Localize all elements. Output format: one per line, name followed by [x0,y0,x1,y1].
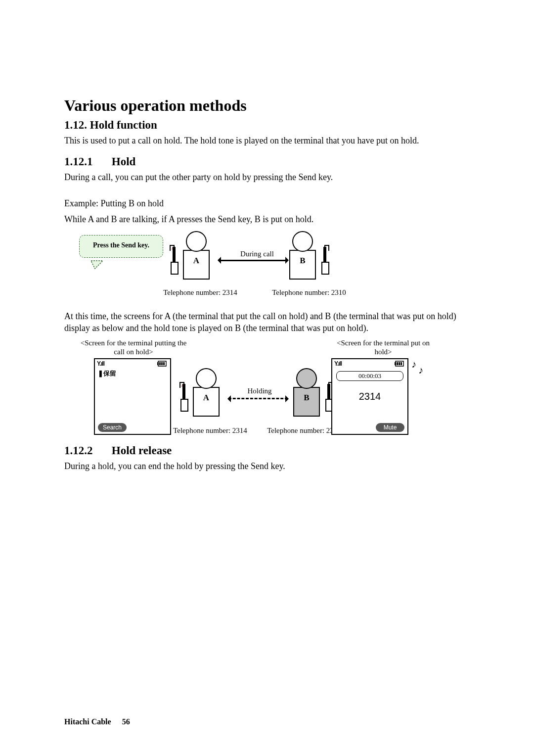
speech-bubble: Press the Send key. [79,235,163,258]
softkey-mute: Mute [376,423,404,432]
page-title: Various operation methods [64,96,470,115]
music-note-icon: ♪ [411,359,416,369]
svg-rect-9 [400,362,402,365]
calling-number: 2314 [332,391,407,402]
page-footer: Hitachi Cable 56 [64,717,130,726]
svg-rect-3 [161,362,163,365]
svg-rect-4 [163,362,165,365]
double-arrow-icon [219,260,288,261]
diagram-during-call: Press the Send key. A i During call B Te… [64,231,470,305]
antenna-icon: i [170,245,175,251]
screen-caption-a: <Screen for the terminal putting the cal… [79,338,188,356]
double-arrow-dashed-icon [228,398,288,399]
person-b-onhold-icon: B [286,368,327,417]
section-1-12-1-body: During a call, you can put the other par… [64,171,470,183]
signal-icon: Y.ıll [334,360,342,367]
person-b-label: B [286,393,327,403]
telephone-number-b: Telephone number: 2310 [262,288,356,297]
phone-screen-a: Y.ıll ❚保留 Search [94,358,171,435]
section-1-12-2-number: 1.12.2 [64,444,109,457]
person-a-icon: A i [176,231,217,280]
section-1-12-2-body: During a hold, you can end the hold by p… [64,460,470,472]
softkey-search: Search [98,423,127,432]
call-timer: 00:00:03 [336,371,403,381]
example-body: While A and B are talking, if A presses … [64,213,470,225]
battery-icon [395,361,405,367]
arrow-label-holding: Holding [232,387,287,395]
mid-paragraph: At this time, the screens for A (the ter… [64,310,470,334]
diagram-holding: <Screen for the terminal putting the cal… [64,338,470,442]
screen-caption-b: <Screen for the terminal put on hold> [329,338,438,356]
person-b-icon: B [282,231,323,280]
section-1-12-heading: 1.12. Hold function [64,119,470,132]
arrow-label-during-call: During call [227,250,287,258]
svg-rect-2 [159,362,161,365]
person-a-label: A [176,256,217,266]
hold-status-label: 保留 [103,370,116,377]
signal-icon: Y.ıll [97,360,104,367]
hold-indicator-icon: ❚ [98,370,103,377]
footer-page-number: 56 [122,717,130,726]
battery-icon [157,361,168,367]
phone-screen-b: Y.ıll 00:00:03 2314 Mute [331,358,408,435]
svg-rect-8 [399,362,400,365]
telephone-number-a: Telephone number: 2314 [153,288,247,297]
antenna-icon [324,245,329,251]
svg-rect-7 [397,362,398,365]
svg-rect-1 [157,362,159,365]
telephone-number-a: Telephone number: 2314 [168,426,252,435]
antenna-icon: i [179,382,184,388]
section-1-12-1-title: Hold [112,155,136,168]
section-1-12-body: This is used to put a call on hold. The … [64,135,470,146]
section-1-12-2-title: Hold release [112,444,172,457]
footer-brand: Hitachi Cable [64,717,111,726]
speech-bubble-tail-icon [90,260,110,270]
music-note-icon: ♪ [418,365,423,375]
section-1-12-1-number: 1.12.1 [64,155,109,168]
svg-rect-6 [395,362,396,365]
section-1-12-1-heading: 1.12.1 Hold [64,155,470,168]
person-b-label: B [282,256,323,266]
section-1-12-2-heading: 1.12.2 Hold release [64,444,470,457]
person-a-icon: A i [185,368,227,417]
example-label: Example: Putting B on hold [64,197,470,209]
person-a-label: A [185,393,227,403]
